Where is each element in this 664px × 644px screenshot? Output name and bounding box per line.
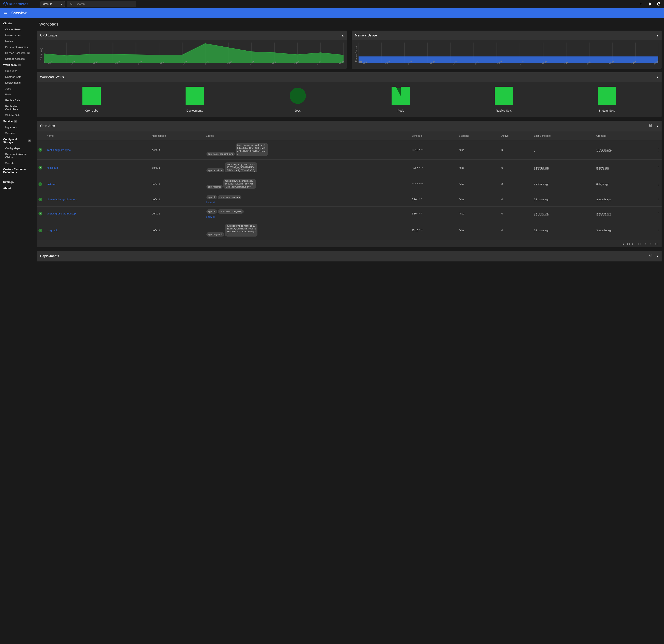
cell-created[interactable]: 8 days ago [596, 166, 609, 169]
table-header[interactable]: Created ↑ [595, 131, 655, 140]
table-row: nextcloud default app: nextcloudfluxcd.i… [37, 160, 662, 176]
table-header[interactable]: Suspend [457, 131, 500, 140]
cell-namespace: default [150, 160, 204, 176]
sidebar-item[interactable]: Ingresses [0, 124, 35, 130]
sidebar-item[interactable]: Cron Jobs [0, 68, 35, 74]
row-actions-icon[interactable]: ⋮ [656, 198, 660, 202]
cell-labels: app: matomofluxcd.io/sync-gc-mark: sha25… [204, 176, 410, 192]
page-prev-icon[interactable]: ◂ [645, 242, 646, 245]
sidebar-item[interactable]: Secrets [0, 160, 35, 166]
cell-suspend: false [457, 176, 500, 192]
row-actions-icon[interactable]: ⋮ [656, 182, 660, 186]
collapse-icon[interactable]: ▴ [657, 254, 658, 258]
namespace-value: default [43, 2, 51, 6]
cell-created[interactable]: 3 months ago [596, 229, 613, 232]
table-row: db-mariadb-mysql-backup default app: dbc… [37, 192, 662, 206]
page-last-icon[interactable]: ▸| [656, 242, 658, 245]
table-row: borgmatic default app: borgmaticfluxcd.i… [37, 221, 662, 240]
table-header[interactable]: Last Schedule [532, 131, 595, 140]
cell-last-schedule[interactable]: - [534, 148, 535, 151]
row-actions-icon[interactable]: ⋮ [656, 228, 660, 232]
sidebar-section[interactable]: Custom Resource Definitions [0, 166, 35, 175]
sidebar-footer-item[interactable]: Settings [0, 179, 35, 185]
notifications-icon[interactable] [648, 2, 652, 6]
sidebar-section[interactable]: Cluster [0, 20, 35, 26]
namespace-selector[interactable]: default ▾ [41, 1, 65, 7]
cell-created[interactable]: 8 days ago [596, 183, 609, 186]
sidebar-item[interactable]: Nodes [0, 38, 35, 44]
table-row: traefik-adguard-sync default app: traefi… [37, 140, 662, 160]
row-actions-icon[interactable]: ⋮ [656, 212, 660, 216]
sidebar-section[interactable]: Service N [0, 118, 35, 124]
status-ok-icon [39, 229, 42, 232]
workload-pie: Jobs [289, 87, 307, 112]
cronjob-name-link[interactable]: nextcloud [47, 166, 58, 169]
account-icon[interactable] [657, 2, 661, 6]
cell-namespace: default [150, 221, 204, 240]
sidebar-item[interactable]: Cluster Roles [0, 26, 35, 33]
page-first-icon[interactable]: |◂ [638, 242, 640, 245]
cell-labels: app: dbcomponent: postgresqlShow all [204, 207, 410, 221]
table-header[interactable]: Schedule [410, 131, 457, 140]
cronjob-name-link[interactable]: matomo [47, 183, 56, 186]
cell-suspend: false [457, 140, 500, 160]
page-title: Workloads [39, 22, 662, 26]
sidebar-item[interactable]: Replica Sets [0, 98, 35, 103]
sidebar-item[interactable]: Service Accounts N [0, 50, 35, 56]
row-actions-icon[interactable]: ⋮ [656, 166, 660, 170]
workload-pie-label: Cron Jobs [85, 109, 98, 112]
sidebar-item[interactable]: Persistent Volume Claims [0, 151, 35, 160]
cronjob-name-link[interactable]: borgmatic [47, 229, 58, 232]
sidebar-item[interactable]: Stateful Sets [0, 112, 35, 118]
cell-suspend: false [457, 221, 500, 240]
sidebar-section[interactable]: Config and Storage N [0, 136, 35, 145]
sidebar-item[interactable]: Persistent Volumes [0, 44, 35, 50]
cell-created[interactable]: a month ago [596, 212, 611, 215]
sidebar-section[interactable]: Workloads N [0, 62, 35, 68]
collapse-icon[interactable]: ▴ [657, 124, 658, 128]
collapse-icon[interactable]: ▴ [342, 34, 344, 37]
menu-icon[interactable] [3, 11, 7, 15]
filter-icon[interactable] [648, 254, 652, 258]
sidebar-item[interactable]: Pods [0, 91, 35, 98]
sidebar-item[interactable]: Daemon Sets [0, 74, 35, 80]
table-header[interactable]: Active [500, 131, 532, 140]
cell-created[interactable]: 16 hours ago [596, 148, 612, 151]
table-header[interactable]: Labels [204, 131, 410, 140]
sidebar-item[interactable]: Jobs [0, 86, 35, 91]
collapse-icon[interactable]: ▴ [657, 75, 658, 79]
sidebar-item[interactable]: Config Maps [0, 145, 35, 151]
sidebar-footer-item[interactable]: About [0, 185, 35, 191]
cell-last-schedule[interactable]: 18 hours ago [534, 198, 549, 201]
svg-point-32 [83, 88, 100, 104]
collapse-icon[interactable]: ▴ [657, 34, 658, 37]
cell-labels: app: borgmaticfluxcd.io/sync-gc-mark: sh… [204, 221, 410, 240]
table-header[interactable]: Name [45, 131, 150, 140]
create-icon[interactable] [639, 2, 643, 6]
search-input[interactable] [76, 2, 134, 6]
cell-last-schedule[interactable]: 18 hours ago [534, 212, 549, 215]
cell-active: 0 [500, 207, 532, 221]
sidebar-item[interactable]: Services [0, 130, 35, 136]
svg-point-2 [5, 4, 6, 4]
page-next-icon[interactable]: ▸ [650, 242, 651, 245]
cronjob-name-link[interactable]: db-postgresql-pg-backup [47, 212, 76, 215]
show-all-link[interactable]: Show all [206, 215, 408, 218]
row-actions-icon[interactable]: ⋮ [656, 148, 660, 152]
cronjob-name-link[interactable]: traefik-adguard-sync [47, 148, 71, 151]
show-all-link[interactable]: Show all [206, 201, 408, 204]
cronjob-name-link[interactable]: db-mariadb-mysql-backup [47, 198, 77, 201]
cell-last-schedule[interactable]: a minute ago [534, 166, 549, 169]
sidebar-item[interactable]: Storage Classes [0, 56, 35, 62]
filter-icon[interactable] [648, 124, 652, 128]
cell-last-schedule[interactable]: a minute ago [534, 183, 549, 186]
sidebar-item[interactable]: Deployments [0, 80, 35, 86]
sidebar-item[interactable]: Namespaces [0, 33, 35, 38]
cell-labels: app: traefik-adguard-syncfluxcd.io/sync-… [204, 140, 410, 160]
badge-new: N [27, 51, 30, 54]
cell-last-schedule[interactable]: 18 hours ago [534, 229, 549, 232]
kubernetes-logo-icon [3, 2, 8, 6]
sidebar-item[interactable]: Replication Controllers [0, 103, 35, 112]
cell-created[interactable]: a month ago [596, 198, 611, 201]
table-header[interactable]: Namespace [150, 131, 204, 140]
